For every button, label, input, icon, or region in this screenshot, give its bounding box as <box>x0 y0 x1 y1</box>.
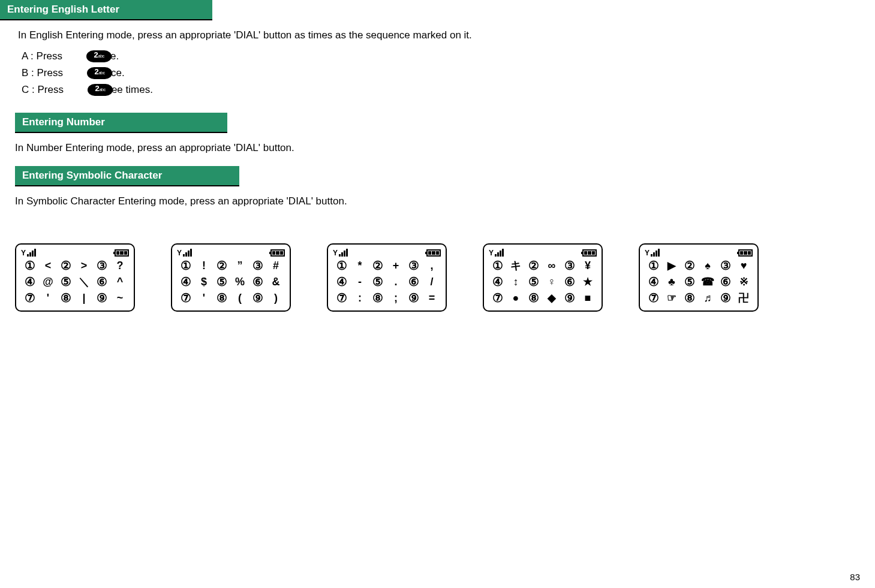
key-number: ⑦ <box>333 290 351 306</box>
key-2-icon: 2abc <box>86 50 112 62</box>
symbol-value: ▶ <box>663 258 681 273</box>
symbol-value: ♣ <box>663 274 681 290</box>
symbol-value: . <box>387 274 405 290</box>
symbol-value: ※ <box>735 274 753 290</box>
key-number: ③ <box>249 258 267 273</box>
press-suffix: ee times. <box>112 84 153 96</box>
key-number: ⑧ <box>57 290 75 306</box>
key-number: ⑧ <box>369 290 387 306</box>
status-bar: Y <box>645 247 753 257</box>
symbol-grid: ①<②>③?④@⑤＼⑥^⑦'⑧|⑨~ <box>21 258 129 306</box>
signal-icon: Y <box>333 249 348 257</box>
key-number: ④ <box>489 274 507 290</box>
symbol-value: ! <box>195 258 213 273</box>
symbol-value: $ <box>195 274 213 290</box>
signal-icon: Y <box>21 249 36 257</box>
symbol-value: ◆ <box>543 290 561 306</box>
key-number: ⑨ <box>93 290 111 306</box>
symbol-value: ■ <box>579 290 597 306</box>
battery-icon <box>426 249 441 257</box>
symbol-value: + <box>387 258 405 273</box>
battery-icon <box>738 249 753 257</box>
key-number: ④ <box>333 274 351 290</box>
symbol-value: ¥ <box>579 258 597 273</box>
symbol-screen: Y ①!②”③#④$⑤%⑥&⑦'⑧(⑨) <box>171 243 291 312</box>
symbol-value: ☞ <box>663 290 681 306</box>
symbol-value: ) <box>267 290 285 306</box>
section-english-body: In English Entering mode, press an appro… <box>0 20 875 113</box>
english-intro-text: In English Entering mode, press an appro… <box>18 29 875 41</box>
press-label: C : Press <box>22 84 64 96</box>
status-bar: Y <box>177 247 285 257</box>
symbol-screens-row: Y ①<②>③?④@⑤＼⑥^⑦'⑧|⑨~ Y <box>0 243 875 312</box>
section-header-symbolic: Entering Symbolic Character <box>15 166 239 186</box>
symbol-value: = <box>423 290 441 306</box>
press-label: A : Press <box>22 50 62 62</box>
symbol-value: ; <box>387 290 405 306</box>
key-number: ② <box>57 258 75 273</box>
key-2-icon: 2abc <box>88 84 113 96</box>
symbol-value: ^ <box>111 274 129 290</box>
key-number: ⑦ <box>489 290 507 306</box>
key-number: ④ <box>21 274 39 290</box>
key-number: ⑦ <box>21 290 39 306</box>
symbol-value: 卍 <box>735 290 753 306</box>
section-symbolic-body: In Symbolic Character Entering mode, pre… <box>0 186 875 219</box>
symbol-value: ♬ <box>699 290 717 306</box>
key-number: ⑨ <box>249 290 267 306</box>
symbol-screen: Y ①<②>③?④@⑤＼⑥^⑦'⑧|⑨~ <box>15 243 135 312</box>
symbol-value: @ <box>39 274 57 290</box>
signal-icon: Y <box>177 249 192 257</box>
symbol-screen: Y ①▶②♠③♥④♣⑤☎⑥※⑦☞⑧♬⑨卍 <box>639 243 759 312</box>
press-row-a: A : Press 2abc e. <box>22 50 875 62</box>
page-number: 83 <box>850 572 860 582</box>
key-number: ⑦ <box>177 290 195 306</box>
key-number: ⑥ <box>405 274 423 290</box>
symbol-value: ● <box>507 290 525 306</box>
key-number: ③ <box>405 258 423 273</box>
symbol-value: ♀ <box>543 274 561 290</box>
symbol-value: ♠ <box>699 258 717 273</box>
key-2-icon: 2abc <box>87 67 112 79</box>
key-number: ⑨ <box>561 290 579 306</box>
symbol-grid: ①!②”③#④$⑤%⑥&⑦'⑧(⑨) <box>177 258 285 306</box>
status-bar: Y <box>489 247 597 257</box>
symbol-value: ☎ <box>699 274 717 290</box>
symbol-value: / <box>423 274 441 290</box>
symbol-value: ∞ <box>543 258 561 273</box>
symbol-value: & <box>267 274 285 290</box>
key-number: ② <box>681 258 699 273</box>
symbol-value: ~ <box>111 290 129 306</box>
key-number: ① <box>177 258 195 273</box>
key-number: ⑥ <box>561 274 579 290</box>
symbol-value: ' <box>195 290 213 306</box>
symbol-value: ? <box>111 258 129 273</box>
symbol-grid: ①キ②∞③¥④↕⑤♀⑥★⑦●⑧◆⑨■ <box>489 258 597 306</box>
battery-icon <box>270 249 285 257</box>
symbol-grid: ①▶②♠③♥④♣⑤☎⑥※⑦☞⑧♬⑨卍 <box>645 258 753 306</box>
section-header-number: Entering Number <box>15 113 227 133</box>
symbol-value: ＼ <box>75 274 93 290</box>
key-number: ① <box>333 258 351 273</box>
section-number-body: In Number Entering mode, press an approp… <box>0 133 875 166</box>
key-number: ⑧ <box>525 290 543 306</box>
key-number: ③ <box>717 258 735 273</box>
symbol-value: # <box>267 258 285 273</box>
key-number: ⑤ <box>681 274 699 290</box>
key-number: ⑤ <box>525 274 543 290</box>
symbol-value: ( <box>231 290 249 306</box>
key-number: ④ <box>645 274 663 290</box>
signal-icon: Y <box>645 249 660 257</box>
key-number: ⑤ <box>57 274 75 290</box>
key-number: ⑤ <box>369 274 387 290</box>
symbolic-intro-text: In Symbolic Character Entering mode, pre… <box>15 195 875 207</box>
key-number: ① <box>645 258 663 273</box>
symbol-value: ↕ <box>507 274 525 290</box>
battery-icon <box>582 249 597 257</box>
key-number: ① <box>21 258 39 273</box>
key-number: ⑧ <box>681 290 699 306</box>
symbol-value: - <box>351 274 369 290</box>
battery-icon <box>115 249 129 257</box>
symbol-value: キ <box>507 258 525 273</box>
key-number: ⑨ <box>717 290 735 306</box>
